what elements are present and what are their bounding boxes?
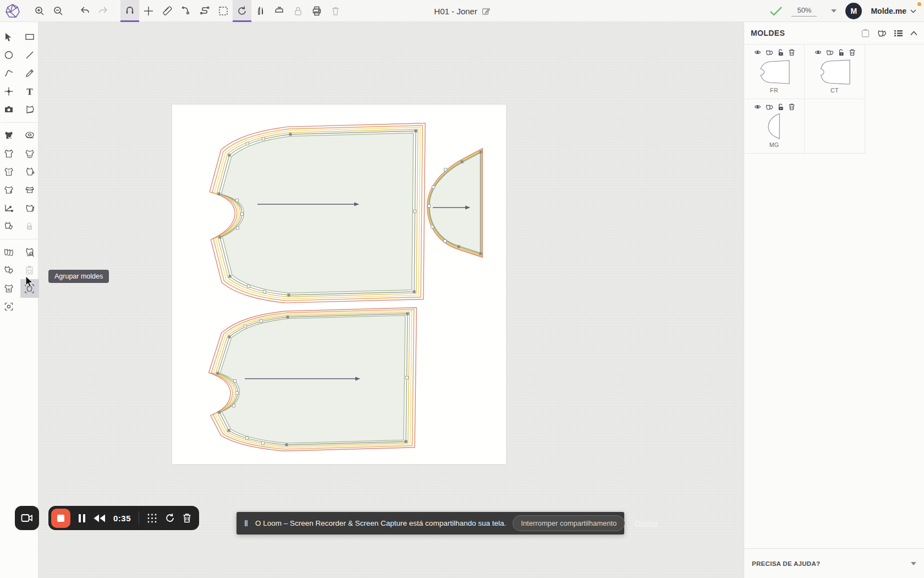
tool-tooltip: Agrupar moldes [48, 270, 109, 283]
ellipse-tool[interactable] [1, 47, 17, 63]
mold-overlap-tool[interactable] [1, 218, 17, 235]
unlock-icon[interactable] [838, 49, 845, 56]
duplicate-molds-button[interactable] [877, 29, 887, 38]
line-tool[interactable] [21, 47, 38, 63]
pattern-drawing [172, 105, 506, 464]
stop-icon [57, 515, 64, 522]
add-point-tool[interactable] [139, 0, 158, 22]
unlock-icon[interactable] [777, 103, 784, 111]
undo-button[interactable] [75, 0, 94, 22]
mold-3d-tool[interactable] [21, 200, 38, 216]
share-pause-icon: ‖ [244, 519, 249, 528]
mold-card-mg[interactable]: MG [744, 99, 805, 154]
visibility-icon[interactable] [754, 103, 762, 110]
clipboard-icon [861, 29, 870, 38]
point-tool[interactable] [1, 83, 17, 100]
print-button[interactable] [307, 0, 326, 22]
mold-lock-icon [25, 221, 35, 231]
frame-mold-icon [4, 302, 14, 312]
rewind-button[interactable] [94, 514, 106, 522]
pause-recording-button[interactable] [78, 514, 86, 523]
mirror-flip-icon [255, 6, 266, 17]
trash-icon[interactable] [788, 103, 795, 111]
sleeve-mold-tool[interactable] [21, 163, 38, 180]
unlock-icon[interactable] [777, 49, 784, 56]
validate-mold-tool[interactable] [1, 127, 17, 144]
mold-piece-mg[interactable] [427, 149, 483, 258]
edit-title-icon[interactable] [482, 7, 490, 15]
frame-mold-tool[interactable] [1, 298, 17, 315]
restart-recording-button[interactable] [165, 513, 175, 523]
trash-icon [330, 6, 341, 17]
mold-pair-tool[interactable] [21, 182, 38, 198]
svg-text:T: T [26, 86, 33, 96]
mold-card-ct[interactable]: CT [805, 45, 865, 99]
trash-icon[interactable] [788, 48, 795, 56]
molds-duplicate-tool[interactable] [1, 262, 17, 279]
mold-outline-tool[interactable] [1, 145, 17, 162]
curve-tool[interactable] [195, 0, 214, 22]
select-tool[interactable] [1, 29, 17, 45]
app-logo[interactable] [3, 0, 23, 22]
trash-icon[interactable] [849, 48, 856, 56]
rectangle-tool[interactable] [21, 29, 38, 45]
mold-paste-icon [25, 265, 35, 275]
list-view-button[interactable] [894, 29, 903, 37]
hide-banner-link[interactable]: Ocultar [635, 519, 658, 527]
measure-tape-tool[interactable] [21, 127, 38, 144]
avatar[interactable]: M [845, 3, 862, 19]
chevron-down-icon [910, 9, 916, 13]
mold-piece-ct[interactable] [209, 308, 417, 451]
zoom-out-button[interactable] [49, 0, 68, 22]
snap-magnet-tool[interactable] [120, 0, 139, 22]
mold-card-fr[interactable]: FR [744, 45, 805, 99]
ruler-tool[interactable] [158, 0, 177, 22]
zoom-in-button[interactable] [30, 0, 49, 22]
account-menu[interactable]: Molde.me [871, 7, 916, 15]
corner-point-tool[interactable] [177, 0, 195, 22]
help-label: PRECISA DE AJUDA? [752, 560, 820, 567]
effects-grid-button[interactable] [147, 513, 157, 524]
duplicate-icon[interactable] [766, 49, 773, 56]
mirror-tool[interactable] [251, 0, 270, 22]
iron-icon [274, 6, 285, 17]
rotate-icon [237, 6, 248, 17]
image-tool[interactable] [1, 101, 17, 118]
mold-internal-lines-tool[interactable] [1, 280, 17, 297]
mold-search-icon [25, 247, 35, 257]
delete-recording-button[interactable] [183, 513, 191, 523]
mold-hem-tool[interactable] [21, 145, 38, 162]
marquee-select-tool[interactable] [214, 0, 233, 22]
redo-button [94, 0, 113, 22]
visibility-icon[interactable] [754, 49, 762, 56]
duplicate-icon[interactable] [766, 103, 773, 111]
collapse-panel-button[interactable] [910, 31, 917, 36]
cursor-icon [6, 33, 11, 41]
mold-piece-fr[interactable] [210, 123, 425, 303]
mold-thumbnail-ct [817, 58, 853, 86]
pattern-artboard[interactable] [172, 105, 506, 464]
duplicate-icon[interactable] [826, 49, 834, 56]
work-canvas[interactable] [38, 22, 744, 578]
curve-pen-tool[interactable] [1, 65, 17, 81]
video-camera-icon [21, 514, 33, 522]
mold-seam-tool[interactable] [1, 182, 17, 198]
help-toggle[interactable]: PRECISA DE AJUDA? [744, 548, 924, 578]
angle-tool[interactable] [1, 200, 17, 216]
visibility-icon[interactable] [814, 49, 822, 56]
rotate-tool[interactable] [233, 0, 251, 22]
trace-mold-tool[interactable] [21, 101, 38, 118]
iron-seam-tool[interactable] [270, 0, 289, 22]
zoom-level-select[interactable]: 50% [791, 6, 837, 17]
stop-recording-button[interactable] [51, 509, 70, 528]
panel-title: MOLDES [751, 29, 785, 37]
text-tool[interactable]: T [21, 83, 38, 100]
mold-buttons-tool[interactable] [1, 163, 17, 180]
recorder-controls: 0:35 [48, 506, 199, 530]
molds-stack-tool[interactable] [1, 244, 17, 260]
document-title[interactable]: H01 - Joner [434, 7, 477, 16]
camera-bubble-button[interactable] [15, 506, 39, 530]
pencil-tool[interactable] [21, 65, 38, 81]
mold-search-tool[interactable] [21, 244, 38, 260]
stop-sharing-button[interactable]: Interromper compartilhamento [513, 515, 625, 531]
